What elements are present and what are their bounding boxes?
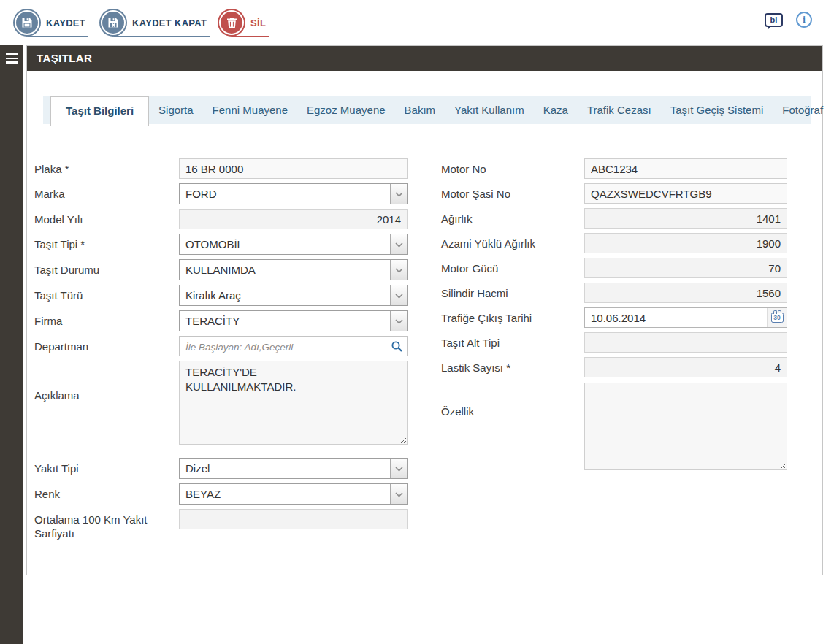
departman-label: Departman: [34, 336, 179, 353]
trafige-cikis-tarihi-label: Trafiğe Çıkış Tarihi: [441, 307, 584, 325]
tasit-durumu-select[interactable]: KULLANIMDA: [179, 259, 408, 280]
firma-label: Firma: [34, 310, 179, 328]
field-row-silindir-hacmi: Silindir Hacmi: [441, 283, 815, 303]
tasit-tipi-label: Taşıt Tipi *: [34, 234, 179, 251]
tasit-tipi-select[interactable]: OTOMOBİL: [179, 234, 408, 255]
field-row-motor-no: Motor No: [441, 158, 815, 179]
form-column-left: Plaka * Marka FORD Model Yılı Taşıt Tipi…: [34, 158, 418, 545]
tab-bakim[interactable]: Bakım: [395, 96, 445, 124]
left-sidebar-rail: [0, 45, 23, 644]
agirlik-input[interactable]: [584, 208, 787, 229]
lastik-sayisi-input[interactable]: [584, 357, 787, 377]
ozellik-textarea[interactable]: [584, 383, 787, 470]
renk-select-value: BEYAZ: [180, 488, 390, 500]
firma-select-value: TERACİTY: [180, 315, 390, 327]
chevron-down-icon: [390, 234, 407, 254]
yakit-tipi-select-value: Dizel: [180, 462, 390, 475]
plaka-label: Plaka *: [34, 158, 179, 176]
trafige-cikis-tarihi-input[interactable]: [585, 308, 767, 327]
field-row-azami-yuklu-agirlik: Azami Yüklü Ağırlık: [441, 233, 815, 253]
tab-fenni-muayene[interactable]: Fenni Muayene: [203, 96, 297, 124]
tab-kaza[interactable]: Kaza: [534, 96, 578, 124]
yakit-tipi-select[interactable]: Dizel: [179, 458, 408, 479]
save-icon: [16, 12, 38, 34]
save-close-icon: [102, 12, 124, 34]
page-title: TAŞITLAR: [27, 46, 822, 71]
field-row-trafige-cikis-tarihi: Trafiğe Çıkış Tarihi 30: [441, 307, 815, 328]
delete-button[interactable]: SİL: [221, 7, 269, 38]
field-row-model-yili: Model Yılı: [34, 209, 418, 229]
tasit-alt-tipi-input[interactable]: [584, 332, 787, 353]
field-row-plaka: Plaka *: [34, 158, 418, 179]
chevron-down-icon: [390, 260, 407, 280]
tab-fotograf[interactable]: Fotoğraf: [773, 96, 833, 124]
tab-sigorta[interactable]: Sigorta: [149, 96, 203, 124]
field-row-tasit-turu: Taşıt Türü Kiralık Araç: [34, 285, 418, 306]
plaka-input[interactable]: [179, 158, 408, 179]
info-icon[interactable]: i: [796, 12, 812, 28]
field-row-renk: Renk BEYAZ: [34, 483, 418, 505]
field-row-agirlik: Ağırlık: [441, 208, 815, 229]
field-row-tasit-durumu: Taşıt Durumu KULLANIMDA: [34, 259, 418, 280]
toolbar: KAYDET KAYDET KAPAT SİL bi: [0, 0, 834, 45]
field-row-tasit-tipi: Taşıt Tipi * OTOMOBİL: [34, 234, 418, 255]
tasit-tipi-select-value: OTOMOBİL: [180, 238, 390, 250]
feedback-bubble-icon[interactable]: bi: [765, 13, 783, 27]
field-row-aciklama: Açıklama TERACİTY'DE KULLANILMAKTADIR.: [34, 361, 418, 448]
firma-select[interactable]: TERACİTY: [179, 310, 408, 331]
field-row-firma: Firma TERACİTY: [34, 310, 418, 331]
lastik-sayisi-label: Lastik Sayısı *: [441, 357, 584, 375]
silindir-hacmi-input[interactable]: [584, 283, 787, 303]
motor-no-input[interactable]: [584, 158, 787, 179]
tab-tasit-bilgileri[interactable]: Taşıt Bilgileri: [50, 96, 149, 126]
chevron-down-icon: [390, 484, 407, 504]
menu-hamburger-icon[interactable]: [6, 53, 18, 64]
tab-tasit-gecis-sistemi[interactable]: Taşıt Geçiş Sistemi: [661, 96, 773, 124]
calendar-icon[interactable]: 30: [767, 308, 787, 327]
search-icon[interactable]: [391, 340, 403, 353]
tasit-turu-label: Taşıt Türü: [34, 285, 179, 302]
field-row-ozellik: Özellik: [441, 383, 815, 473]
ortalama-yakit-input[interactable]: [179, 509, 408, 529]
silindir-hacmi-label: Silindir Hacmi: [441, 283, 584, 300]
field-row-tasit-alt-tipi: Taşıt Alt Tipi: [441, 332, 815, 353]
field-row-ortalama-yakit: Ortalama 100 Km Yakıt Sarfiyatı: [34, 509, 418, 540]
azami-yuklu-agirlik-label: Azami Yüklü Ağırlık: [441, 233, 584, 250]
save-button-label: KAYDET: [46, 18, 88, 28]
tab-trafik-cezasi[interactable]: Trafik Cezası: [578, 96, 661, 124]
motor-gucu-input[interactable]: [584, 258, 787, 278]
ozellik-label: Özellik: [441, 383, 584, 418]
save-close-button[interactable]: KAYDET KAPAT: [102, 7, 210, 38]
save-close-button-label: KAYDET KAPAT: [132, 18, 210, 28]
azami-yuklu-agirlik-input[interactable]: [584, 233, 787, 253]
vehicles-panel: TAŞITLAR Taşıt Bilgileri Sigorta Fenni M…: [26, 45, 823, 575]
tab-yakit-kullanim[interactable]: Yakıt Kullanım: [445, 96, 534, 124]
motor-no-label: Motor No: [441, 158, 584, 176]
model-yili-input[interactable]: [179, 209, 408, 229]
field-row-lastik-sayisi: Lastik Sayısı *: [441, 357, 815, 377]
aciklama-label: Açıklama: [34, 361, 179, 402]
yakit-tipi-label: Yakıt Tipi: [34, 458, 179, 475]
model-yili-label: Model Yılı: [34, 209, 179, 226]
chevron-down-icon: [390, 311, 407, 331]
aciklama-textarea[interactable]: TERACİTY'DE KULLANILMAKTADIR.: [179, 361, 408, 445]
chevron-down-icon: [390, 285, 407, 305]
motor-sasi-no-label: Motor Şasi No: [441, 183, 584, 201]
renk-label: Renk: [34, 483, 179, 501]
tasit-turu-select[interactable]: Kiralık Araç: [179, 285, 408, 306]
tasit-alt-tipi-label: Taşıt Alt Tipi: [441, 332, 584, 350]
departman-search-input[interactable]: [179, 336, 408, 356]
field-row-motor-gucu: Motor Gücü: [441, 258, 815, 278]
renk-select[interactable]: BEYAZ: [179, 483, 408, 505]
motor-gucu-label: Motor Gücü: [441, 258, 584, 275]
marka-select[interactable]: FORD: [179, 183, 408, 204]
tasit-durumu-select-value: KULLANIMDA: [180, 264, 390, 276]
trafige-cikis-tarihi-date-field[interactable]: 30: [584, 307, 787, 328]
tab-egzoz-muayene[interactable]: Egzoz Muayene: [297, 96, 395, 124]
field-row-marka: Marka FORD: [34, 183, 418, 204]
field-row-motor-sasi-no: Motor Şasi No: [441, 183, 815, 204]
motor-sasi-no-input[interactable]: [584, 183, 787, 204]
trash-icon: [221, 12, 242, 34]
save-button[interactable]: KAYDET: [16, 7, 88, 38]
form-column-right: Motor No Motor Şasi No Ağırlık Azami Yük…: [441, 158, 815, 478]
